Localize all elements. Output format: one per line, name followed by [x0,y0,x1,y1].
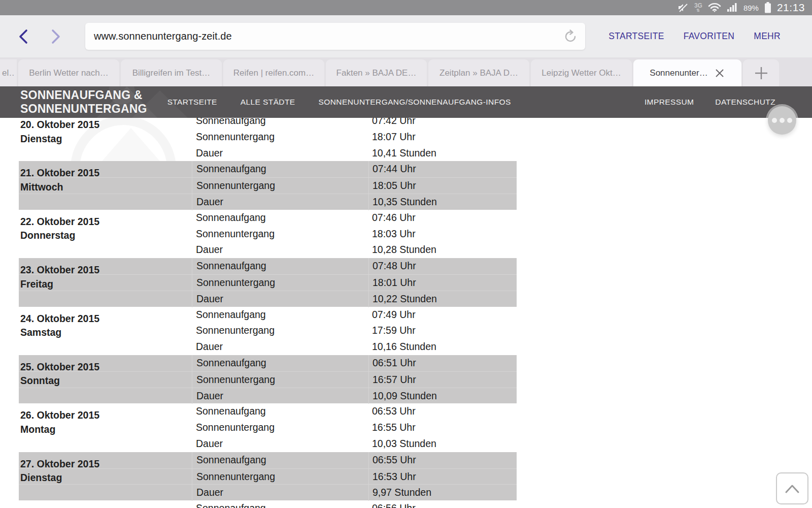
network-arrows-icon: ⇅ [696,9,700,13]
tab[interactable]: Fakten » BAJA DE… [326,59,427,86]
table-row: 25. Oktober 2015 Sonntag Sonnenaufgang 0… [19,355,517,403]
row-label: Sonnenuntergang [192,420,368,436]
date-text: 21. Oktober 2015 [20,166,188,180]
table-row: Sonnenaufgang 06:56 Uhr [19,500,517,508]
site-nav-item[interactable]: DATENSCHUTZ [715,98,775,107]
chevron-right-icon [50,29,61,44]
row-label: Dauer [192,388,368,404]
battery-icon [764,2,771,13]
row-value: 07:48 Uhr [368,258,517,274]
tab[interactable]: Zeitplan » BAJA D… [428,59,529,86]
row-label: Sonnenaufgang [192,307,368,323]
weekday-text: Dienstag [20,132,188,146]
weekday-text: Freitag [20,277,188,292]
site-nav-item[interactable]: ALLE STÄDTE [241,98,295,107]
table-row: 21. Oktober 2015 Mittwoch Sonnenaufgang … [19,161,517,209]
forward-button[interactable] [46,26,66,47]
row-value: 10,03 Stunden [368,436,517,452]
url-text[interactable]: www.sonnenuntergang-zeit.de [94,30,563,42]
home-button[interactable]: STARTSEITE [608,31,664,42]
browser-toolbar: www.sonnenuntergang-zeit.de STARTSEITE F… [0,15,812,57]
row-label: Sonnenuntergang [192,226,368,242]
date-cell: 25. Oktober 2015 Sonntag [20,360,188,388]
row-value: 07:49 Uhr [368,307,517,323]
mute-icon [676,3,689,13]
battery-percent: 89% [743,4,759,12]
site-nav-item[interactable]: STARTSEITE [167,98,217,107]
site-logo-line1: SONNENAUFGANG & [20,88,147,102]
status-bar: 3G ⇅ 89% 21:13 [0,0,812,15]
chevron-up-icon [784,483,801,494]
quick-menu-button[interactable] [768,106,796,135]
row-label: Dauer [192,485,368,501]
site-logo[interactable]: SONNENAUFGANG & SONNENUNTERGANG [0,88,147,116]
duration-row: Dauer 10,03 Stunden [19,436,517,452]
row-label: Sonnenaufgang [192,355,368,371]
row-label: Dauer [192,291,368,307]
row-label: Sonnenuntergang [192,372,368,388]
row-value: 06:55 Uhr [368,452,517,468]
row-value: 06:53 Uhr [368,403,517,420]
tab[interactable]: Sonnenunter… [633,59,741,86]
tab-label: Billigreifen im Test… [132,68,211,78]
table-row: 20. Oktober 2015 Dienstag Sonnenaufgang … [19,113,517,161]
row-value: 10,41 Stunden [368,145,517,162]
row-label: Sonnenuntergang [192,178,368,194]
row-value: 18:03 Uhr [368,226,517,242]
row-label: Dauer [192,242,368,258]
tab[interactable]: Berlin Wetter nach… [18,59,119,86]
tab-label: Leipzig Wetter Okt… [542,68,621,78]
three-dots-icon [772,118,777,123]
weekday-text: Sonntag [20,374,188,388]
url-bar[interactable]: www.sonnenuntergang-zeit.de [85,23,585,50]
date-text: 25. Oktober 2015 [20,360,188,374]
row-value: 07:44 Uhr [368,161,517,177]
weekday-text: Mittwoch [20,180,188,195]
row-value: 18:07 Uhr [368,129,517,145]
row-value: 16:55 Uhr [368,420,517,436]
tab[interactable]: Leipzig Wetter Okt… [531,59,632,86]
row-value: 18:01 Uhr [368,275,517,291]
tab-label: Sonnenunter… [650,68,707,78]
date-text: 26. Oktober 2015 [20,408,188,423]
row-label: Dauer [192,436,368,452]
refresh-icon[interactable] [563,29,578,44]
back-button[interactable] [13,26,33,47]
scroll-to-top-button[interactable] [776,472,808,504]
close-tab-icon[interactable] [714,68,725,79]
row-value: 10,28 Stunden [368,242,517,258]
row-label: Sonnenuntergang [192,323,368,339]
favorites-button[interactable]: FAVORITEN [684,31,735,42]
row-value: 18:05 Uhr [368,178,517,194]
row-label: Sonnenuntergang [192,275,368,291]
tab[interactable]: Billigreifen im Test… [121,59,222,86]
site-right-nav: IMPRESSUM DATENSCHUTZ [645,98,812,107]
row-value: 16:57 Uhr [368,372,517,388]
row-label: Sonnenaufgang [192,258,368,274]
date-text: 24. Oktober 2015 [20,312,188,326]
date-cell: 24. Oktober 2015 Samstag [20,312,188,340]
row-label: Dauer [192,145,368,162]
weekday-text: Donnerstag [20,229,188,243]
row-label: Sonnenuntergang [192,469,368,485]
row-value: 06:56 Uhr [368,500,517,508]
new-tab-button[interactable] [743,59,779,86]
date-cell: 26. Oktober 2015 Montag [20,408,188,436]
tab[interactable]: el… [0,59,17,86]
tab[interactable]: Reifen | reifen.com… [223,59,324,86]
more-button[interactable]: MEHR [754,31,781,42]
site-nav-item[interactable]: SONNENUNTERGANG/SONNENAUFGANG-INFOS [319,98,511,107]
tab-label: Zeitplan » BAJA D… [439,68,518,78]
duration-row: Dauer 10,09 Stunden [19,388,517,404]
tab-label: Fakten » BAJA DE… [336,68,417,78]
wifi-icon [708,3,721,13]
table-row: 26. Oktober 2015 Montag Sonnenaufgang 06… [19,403,517,452]
row-label: Sonnenaufgang [192,452,368,468]
duration-row: Dauer 10,22 Stunden [19,291,517,307]
tab-label: el… [2,68,15,78]
row-value: 17:59 Uhr [368,323,517,339]
date-cell: 21. Oktober 2015 Mittwoch [20,166,188,194]
weekday-text: Dienstag [20,471,188,485]
site-nav-item[interactable]: IMPRESSUM [645,98,694,107]
row-value: 10,35 Stunden [368,194,517,210]
